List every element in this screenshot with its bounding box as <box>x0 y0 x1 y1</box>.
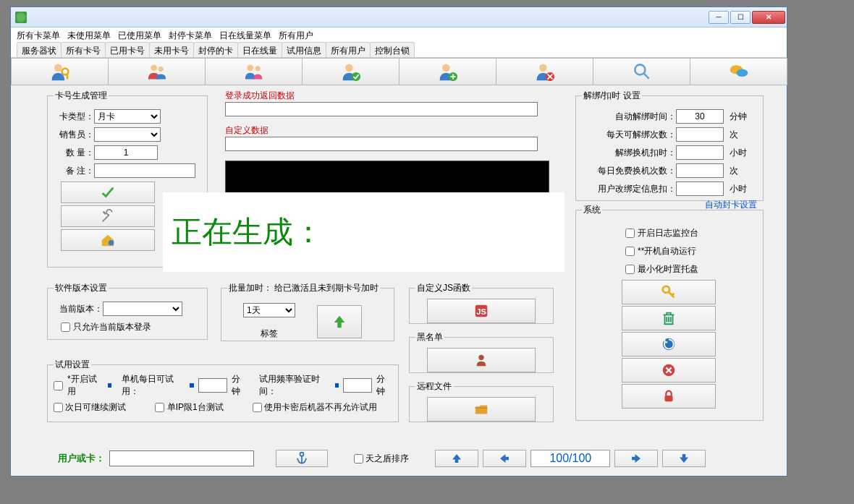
home-users-button[interactable] <box>61 229 155 251</box>
tab[interactable]: 封停的卡 <box>193 42 238 57</box>
days-select[interactable]: 1天 <box>243 303 295 317</box>
nav-up-button[interactable] <box>435 450 478 467</box>
customjs-group: 自定义JS函数 JS <box>409 282 554 324</box>
tab[interactable]: 所有用户 <box>326 42 371 57</box>
trial-legend: 试用设置 <box>54 359 91 371</box>
unbind-row-input[interactable] <box>676 127 724 142</box>
singleip-check[interactable] <box>155 403 164 412</box>
batch-up-button[interactable] <box>317 305 362 338</box>
confirm-button[interactable] <box>61 181 155 203</box>
tab[interactable]: 已用卡号 <box>105 42 150 57</box>
nav-right-button[interactable] <box>614 450 658 467</box>
menu-item[interactable]: 日在线量菜单 <box>219 30 271 40</box>
check-label: 开启日志监控台 <box>638 227 698 239</box>
unbind-group: 解绑/扣时 设置 自动解绑时间：分钟 每天可解绑次数：次 解绑换机扣时：小时 每… <box>575 90 764 201</box>
nextday-check[interactable] <box>54 403 63 412</box>
user-or-card-label: 用户或卡： <box>58 452 105 465</box>
blacklist-button[interactable] <box>427 348 536 372</box>
unbind-row-input[interactable] <box>676 163 724 178</box>
unbind-row-input[interactable] <box>676 145 724 160</box>
tool-users-pair[interactable] <box>108 58 206 85</box>
freq-input[interactable] <box>343 378 372 393</box>
tool-user-check[interactable] <box>302 58 399 85</box>
app-icon <box>15 12 27 23</box>
customjs-legend: 自定义JS函数 <box>415 282 472 294</box>
tab[interactable]: 所有卡号 <box>61 42 106 57</box>
freq-unit: 分钟 <box>376 373 392 398</box>
tray-check[interactable] <box>625 265 635 274</box>
marker-icon <box>335 383 339 388</box>
unbind-row-input[interactable] <box>676 109 724 124</box>
nav-down-button[interactable] <box>662 450 706 467</box>
unbind-row-input[interactable] <box>676 181 724 196</box>
js-button[interactable]: JS <box>427 299 536 323</box>
minimize-button[interactable]: ─ <box>709 11 729 24</box>
svg-point-5 <box>247 64 253 71</box>
tools-button[interactable] <box>61 205 155 227</box>
toolbar <box>11 58 787 85</box>
unbind-legend: 解绑/扣时 设置 <box>582 90 642 102</box>
menu-item[interactable]: 所有用户 <box>279 30 313 40</box>
per-machine-input[interactable] <box>198 378 227 393</box>
tool-user-remove[interactable] <box>496 58 593 85</box>
tool-search[interactable] <box>593 58 690 85</box>
generating-text: 正在生成： <box>172 212 324 252</box>
cardgen-legend: 卡号生成管理 <box>54 90 109 102</box>
tab[interactable]: 日在线量 <box>237 42 282 57</box>
login-data-input[interactable] <box>225 102 538 116</box>
svg-text:JS: JS <box>476 307 486 316</box>
remotefile-button[interactable] <box>427 397 536 422</box>
type-select[interactable]: 月卡 <box>94 109 161 124</box>
remotefile-legend: 远程文件 <box>415 380 453 393</box>
maximize-button[interactable]: ☐ <box>730 11 751 24</box>
cur-version-select[interactable] <box>103 302 182 316</box>
tianzhidun-label: 天之盾排序 <box>365 453 409 464</box>
type-label: 卡类型： <box>54 111 94 123</box>
lock-button[interactable] <box>622 384 716 409</box>
batch-legend: 批量加时： 给已激活且未到期卡号加时 <box>227 282 380 294</box>
unbind-row-unit: 次 <box>730 129 738 141</box>
unbind-row-label: 解绑换机扣时： <box>582 147 676 159</box>
tab[interactable]: 服务器状 <box>17 42 62 57</box>
log-console-check[interactable] <box>625 228 635 238</box>
qty-input[interactable] <box>94 145 158 160</box>
svg-point-9 <box>442 64 450 72</box>
remark-label: 备 注： <box>54 165 94 177</box>
autorun-check[interactable] <box>625 247 635 256</box>
seller-select[interactable] <box>94 127 161 142</box>
menu-item[interactable]: 所有卡菜单 <box>17 30 60 40</box>
menu-item[interactable]: 已使用菜单 <box>118 30 161 40</box>
menu-item[interactable]: 封停卡菜单 <box>169 30 212 40</box>
tab[interactable]: 未用卡号 <box>149 42 194 57</box>
stop-button[interactable] <box>622 358 716 383</box>
menubar: 所有卡菜单 未使用菜单 已使用菜单 封停卡菜单 日在线量菜单 所有用户 <box>11 27 787 42</box>
enable-trial-check[interactable] <box>54 381 63 390</box>
key-button[interactable] <box>622 280 716 304</box>
menu-item[interactable]: 未使用菜单 <box>67 30 111 40</box>
tool-users-group[interactable] <box>205 58 303 85</box>
nextday-label: 次日可继续测试 <box>65 402 126 412</box>
delete-button[interactable] <box>622 306 716 330</box>
nomore-check[interactable] <box>253 403 262 412</box>
tab[interactable]: 控制台锁 <box>370 42 415 57</box>
refresh-button[interactable] <box>622 332 716 356</box>
tianzhidun-check[interactable] <box>354 454 363 464</box>
user-or-card-input[interactable] <box>109 450 254 466</box>
nav-left-button[interactable] <box>483 450 526 467</box>
anchor-button[interactable] <box>276 450 328 467</box>
tool-user-add[interactable] <box>399 58 496 85</box>
only-current-check[interactable] <box>61 323 70 332</box>
svg-point-4 <box>158 67 163 72</box>
system-legend: 系统 <box>582 204 602 216</box>
svg-point-24 <box>478 355 483 360</box>
tool-user-key[interactable] <box>11 58 109 85</box>
titlebar: ─ ☐ ✕ <box>11 7 787 27</box>
remark-input[interactable] <box>94 163 195 178</box>
login-data-label: 登录成功返回数据 <box>225 90 538 102</box>
custom-data-input[interactable] <box>225 137 538 151</box>
svg-point-8 <box>351 72 360 81</box>
close-button[interactable]: ✕ <box>752 11 785 24</box>
only-current-label: 只允许当前版本登录 <box>73 321 151 333</box>
tab[interactable]: 试用信息 <box>282 42 326 57</box>
tool-chat[interactable] <box>690 58 787 85</box>
